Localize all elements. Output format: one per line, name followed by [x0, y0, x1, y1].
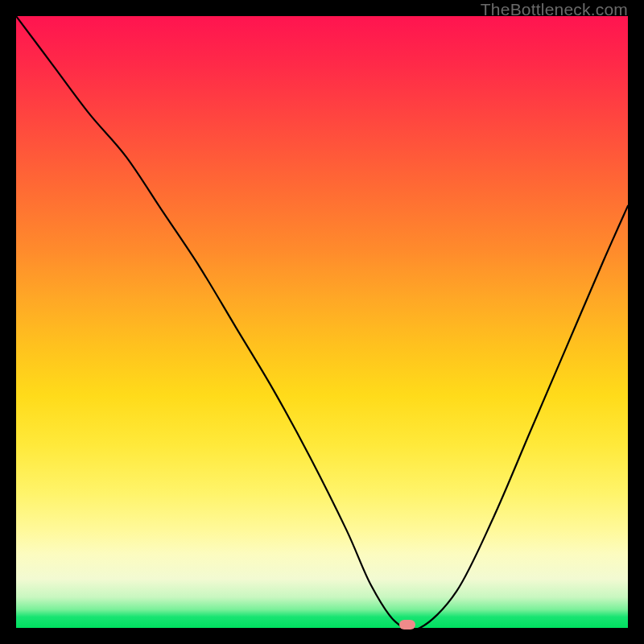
chart-frame: TheBottleneck.com — [0, 0, 644, 644]
bottleneck-curve — [16, 16, 628, 628]
chart-plot-area — [16, 16, 628, 628]
minimum-marker — [399, 620, 415, 630]
